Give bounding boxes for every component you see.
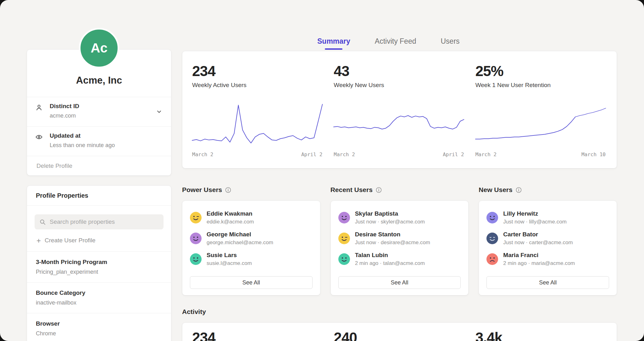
stat-column-weekly-active-users: 234Weekly Active UsersMarch 2April 2: [192, 63, 322, 168]
info-icon[interactable]: [516, 187, 522, 193]
axis-tick-start: March 2: [334, 151, 355, 157]
create-user-profile-label: Create User Profile: [45, 237, 96, 244]
left-sidebar: Ac Acme, Inc Distinct ID acme.com: [27, 28, 171, 341]
user-row-lilly-herwitz[interactable]: Lilly HerwitzJust now · lilly@acme.com: [486, 210, 609, 225]
user-meta: 2 min ago · maria@acme.com: [503, 260, 575, 267]
profile-page: Ac Acme, Inc Distinct ID acme.com: [0, 0, 644, 341]
tab-summary[interactable]: Summary: [317, 37, 350, 50]
axis-tick-start: March 2: [475, 151, 497, 157]
user-row-george-michael[interactable]: George Michaelgeorge.michael@acme.com: [190, 231, 313, 246]
person-icon: [35, 103, 50, 126]
see-all-button[interactable]: See All: [190, 276, 313, 289]
chevron-down-icon[interactable]: [156, 108, 162, 116]
user-text: Desirae StantonJust now · desirare@acme.…: [355, 231, 430, 246]
user-avatar: [338, 253, 350, 265]
axis-tick-start: March 2: [192, 151, 213, 157]
activity-stats-card: 2342403.4k: [182, 322, 617, 341]
section-title: New Users: [479, 186, 512, 194]
info-icon[interactable]: [376, 187, 382, 193]
user-text: Skylar BaptistaJust now · skyler@acme.co…: [355, 210, 425, 225]
stat-column-weekly-new-users: 43Weekly New UsersMarch 2April 2: [334, 63, 464, 168]
search-icon: [39, 219, 46, 227]
user-avatar: [190, 253, 202, 265]
user-row-desirae-stanton[interactable]: Desirae StantonJust now · desirare@acme.…: [338, 231, 461, 246]
delete-profile-button[interactable]: Delete Profile: [27, 156, 171, 175]
activity-stat-column: 234: [192, 329, 322, 341]
section-new-users: New UsersLilly HerwitzJust now · lilly@a…: [479, 184, 617, 295]
section-title: Recent Users: [330, 186, 373, 194]
stat-label: Week 1 New User Retention: [475, 82, 606, 89]
section-recent-users: Recent UsersSkylar BaptistaJust now · sk…: [330, 184, 469, 295]
axis-tick-end: March 10: [581, 151, 606, 157]
property-label: Bounce Category: [36, 289, 162, 296]
company-avatar-initials: Ac: [91, 41, 108, 56]
user-text: George Michaelgeorge.michael@acme.com: [207, 231, 273, 246]
user-meta: Just now · carter@acme.com: [503, 239, 573, 246]
create-user-profile-button[interactable]: + Create User Profile: [27, 229, 171, 252]
property-item-3-month-pricing-program[interactable]: 3-Month Pricing ProgramPricing_plan_expe…: [27, 252, 171, 283]
stat-value: 25%: [475, 63, 606, 80]
stat-label: Weekly Active Users: [192, 82, 322, 89]
stat-label: Weekly New Users: [334, 82, 464, 89]
section-header: Recent Users: [330, 184, 469, 196]
distinct-id-row[interactable]: Distinct ID acme.com: [27, 97, 171, 126]
activity-stat-value: 3.4k: [475, 329, 606, 341]
user-meta: susie.l@acme.com: [207, 260, 252, 267]
property-value: inactive-mailbox: [36, 300, 162, 306]
activity-stat-column: 240: [334, 329, 464, 341]
sparkline-chart: [334, 99, 464, 148]
user-row-carter-bator[interactable]: Carter BatorJust now · carter@acme.com: [486, 231, 609, 246]
axis-tick-end: April 2: [301, 151, 322, 157]
profile-properties-title: Profile Properties: [27, 186, 171, 206]
sparkline-chart: [192, 99, 322, 148]
stat-column-week-1-new-user-retention: 25%Week 1 New User RetentionMarch 2March…: [475, 63, 606, 168]
user-text: Talan Lubin2 min ago · talan@acme.com: [355, 252, 425, 267]
info-icon[interactable]: [225, 187, 231, 193]
profile-summary-card: Acme, Inc Distinct ID acme.com: [27, 49, 171, 176]
user-row-skylar-baptista[interactable]: Skylar BaptistaJust now · skyler@acme.co…: [338, 210, 461, 225]
section-header: Power Users: [182, 184, 320, 196]
company-avatar: Ac: [79, 28, 119, 68]
property-item-bounce-category[interactable]: Bounce Categoryinactive-mailbox: [27, 283, 171, 313]
user-name: Desirae Stanton: [355, 231, 430, 238]
activity-stat-value: 240: [334, 329, 464, 341]
user-name: Skylar Baptista: [355, 210, 425, 217]
tab-users[interactable]: Users: [441, 37, 459, 50]
user-row-eddie-kwakman[interactable]: Eddie Kwakmaneddie.k@acme.com: [190, 210, 313, 225]
user-name: Carter Bator: [503, 231, 573, 238]
user-avatar: [486, 233, 498, 244]
property-item-browser[interactable]: BrowserChrome: [27, 313, 171, 341]
user-text: Lilly HerwitzJust now · lilly@acme.com: [503, 210, 566, 225]
profile-properties-card: Profile Properties + Create User Profile…: [27, 185, 171, 341]
user-meta: Just now · skyler@acme.com: [355, 219, 425, 225]
user-meta: eddie.k@acme.com: [207, 219, 254, 225]
user-list-card: Lilly HerwitzJust now · lilly@acme.comCa…: [479, 201, 617, 295]
distinct-id-label: Distinct ID: [50, 103, 79, 110]
property-label: 3-Month Pricing Program: [36, 259, 162, 266]
section-header: New Users: [479, 184, 617, 196]
activity-stat-column: 3.4k: [475, 329, 606, 341]
sparkline-chart: [475, 99, 606, 148]
see-all-button[interactable]: See All: [486, 276, 609, 289]
activity-heading: Activity: [182, 308, 617, 316]
user-name: Maria Franci: [503, 252, 575, 259]
tab-activity-feed[interactable]: Activity Feed: [375, 37, 416, 50]
user-list-card: Skylar BaptistaJust now · skyler@acme.co…: [330, 201, 469, 295]
user-row-talan-lubin[interactable]: Talan Lubin2 min ago · talan@acme.com: [338, 252, 461, 267]
main-content: SummaryActivity FeedUsers 234Weekly Acti…: [182, 33, 617, 341]
user-meta: george.michael@acme.com: [207, 239, 273, 246]
see-all-button[interactable]: See All: [338, 276, 461, 289]
user-meta: Just now · lilly@acme.com: [503, 219, 566, 225]
user-row-susie-lars[interactable]: Susie Larssusie.l@acme.com: [190, 252, 313, 267]
user-row-maria-franci[interactable]: Maria Franci2 min ago · maria@acme.com: [486, 252, 609, 267]
user-avatar: [190, 233, 202, 244]
user-avatar: [338, 212, 350, 223]
updated-at-value: Less than one minute ago: [50, 142, 115, 149]
chart-axis: March 2April 2: [334, 151, 464, 157]
search-input[interactable]: [35, 214, 164, 229]
user-avatar: [190, 212, 202, 223]
chart-axis: March 2March 10: [475, 151, 606, 157]
property-value: Chrome: [36, 330, 162, 337]
search-wrapper: [35, 214, 164, 229]
user-name: Eddie Kwakman: [207, 210, 254, 217]
